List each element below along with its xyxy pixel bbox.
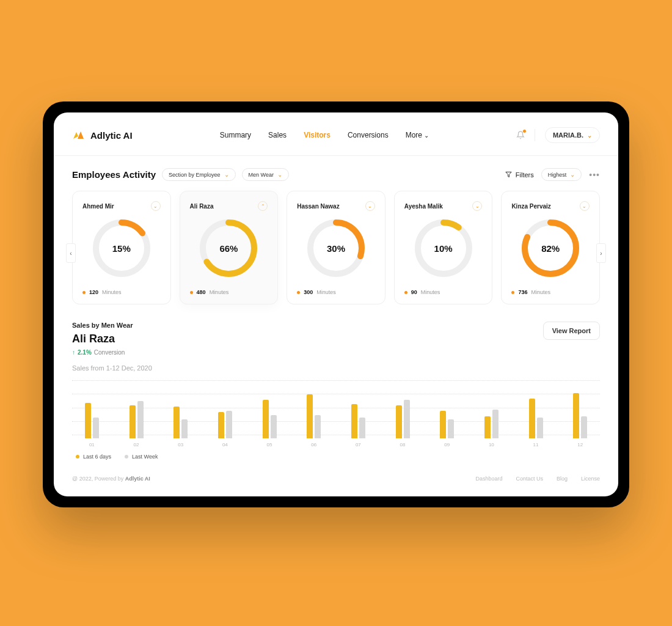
chevron-down-icon[interactable]: ⌄	[472, 201, 482, 211]
dot-icon	[297, 291, 300, 294]
footer-link-license[interactable]: License	[581, 476, 600, 482]
bar-label: 02	[134, 442, 139, 447]
bar-group: 06	[298, 383, 330, 447]
bar-series-a	[218, 412, 224, 438]
employee-card[interactable]: Ali Raza⌃66%480Minutes	[180, 191, 279, 304]
minutes-row: 480Minutes	[190, 289, 268, 295]
chevron-down-icon[interactable]: ⌄	[365, 201, 375, 211]
footer: @ 2022, Powered by Adlytic AI DashboardC…	[54, 466, 618, 496]
minutes-row: 300Minutes	[297, 289, 375, 295]
employee-card[interactable]: Kinza Pervaiz⌄82%736Minutes	[501, 191, 600, 304]
minutes-label: Minutes	[102, 289, 122, 295]
tablet-frame: Adlytic AI SummarySalesVisitorsConversio…	[43, 101, 629, 507]
bar-label: 11	[533, 442, 539, 447]
bar-label: 01	[89, 442, 95, 447]
filter-section-dropdown[interactable]: Section by Employee ⌄	[162, 168, 236, 181]
sort-dropdown[interactable]: Highest ⌄	[541, 168, 582, 181]
conversion-pct: 2.1%	[78, 349, 92, 356]
bar-label: 12	[577, 442, 583, 447]
user-label: MARIA.B.	[553, 131, 583, 139]
chevron-down-icon: ⌄	[587, 132, 592, 139]
bar-series-b	[581, 416, 587, 438]
footer-link-blog[interactable]: Blog	[557, 476, 568, 482]
bar-group: 01	[76, 383, 108, 447]
bar-group: 07	[342, 383, 374, 447]
employee-card[interactable]: Hassan Nawaz⌄30%300Minutes	[287, 191, 385, 304]
chevron-down-icon: ⌄	[277, 171, 282, 178]
minutes-value: 736	[518, 289, 527, 295]
legend-a-label: Last 6 days	[83, 454, 111, 460]
nav-item-conversions[interactable]: Conversions	[348, 131, 389, 139]
footer-copyright: @ 2022, Powered by Adlytic AI	[72, 476, 150, 482]
chevron-down-icon: ⌄	[224, 171, 229, 178]
employee-name: Ayesha Malik	[404, 203, 443, 210]
filter-icon	[505, 171, 512, 178]
controls-row: Employees Activity Section by Employee ⌄…	[54, 156, 618, 188]
sort-label: Highest	[548, 172, 567, 178]
header: Adlytic AI SummarySalesVisitorsConversio…	[54, 112, 618, 156]
activity-percent: 82%	[520, 218, 580, 278]
employee-card[interactable]: Ayesha Malik⌄10%90Minutes	[394, 191, 493, 304]
bar-series-b	[137, 401, 144, 438]
header-right: MARIA.B. ⌄	[516, 127, 600, 143]
nav-item-more[interactable]: More ⌄	[406, 131, 429, 139]
bar-series-b	[226, 411, 232, 438]
cards-prev[interactable]: ‹	[66, 243, 76, 263]
chevron-down-icon[interactable]: ⌄	[580, 201, 590, 211]
bar-group: 08	[387, 383, 419, 447]
employee-card[interactable]: Ahmed Mir⌄15%120Minutes	[72, 191, 171, 304]
sales-person-name: Ali Raza	[72, 333, 133, 345]
legend-dot-icon	[76, 455, 79, 458]
footer-link-dashboard[interactable]: Dashboard	[475, 476, 502, 482]
bar-series-b	[181, 419, 188, 439]
employee-cards: Ahmed Mir⌄15%120MinutesAli Raza⌃66%480Mi…	[72, 191, 600, 304]
nav-item-visitors[interactable]: Visitors	[304, 131, 331, 139]
section-title: Employees Activity	[72, 169, 156, 180]
conversion-label: Conversion	[94, 349, 125, 356]
bar-series-a	[173, 407, 180, 438]
footer-link-contact-us[interactable]: Contact Us	[516, 476, 543, 482]
minutes-row: 736Minutes	[511, 289, 590, 295]
more-options[interactable]: •••	[589, 170, 600, 180]
minutes-label: Minutes	[531, 289, 550, 295]
user-menu[interactable]: MARIA.B. ⌄	[545, 127, 600, 143]
bar-series-a	[484, 416, 491, 438]
bar-label: 08	[400, 442, 406, 447]
activity-percent: 15%	[92, 218, 152, 278]
chevron-up-icon[interactable]: ⌃	[258, 201, 268, 211]
sales-section: Sales by Men Wear Ali Raza ↑ 2.1% Conver…	[54, 318, 618, 466]
activity-ring: 66%	[199, 218, 258, 278]
chart-legend: Last 6 days Last Week	[72, 447, 600, 460]
logo-icon	[72, 130, 86, 140]
chevron-down-icon[interactable]: ⌄	[151, 201, 161, 211]
filter-section-label: Section by Employee	[169, 172, 221, 178]
nav-item-sales[interactable]: Sales	[268, 131, 287, 139]
dot-icon	[511, 291, 514, 294]
view-report-button[interactable]: View Report	[543, 322, 600, 340]
bar-series-b	[537, 418, 543, 438]
notification-icon[interactable]	[516, 131, 525, 139]
bar-label: 09	[444, 442, 450, 447]
activity-ring: 30%	[306, 218, 366, 278]
minutes-value: 480	[197, 289, 206, 295]
legend-b-label: Last Week	[132, 454, 158, 460]
bar-series-b	[492, 410, 499, 438]
nav-item-summary[interactable]: Summary	[220, 131, 251, 139]
cards-next[interactable]: ›	[596, 243, 606, 263]
filter-category-dropdown[interactable]: Men Wear ⌄	[242, 168, 289, 181]
bar-series-a	[130, 405, 136, 438]
legend-item-a: Last 6 days	[76, 454, 111, 460]
bar-series-a	[396, 405, 402, 438]
minutes-value: 120	[89, 289, 98, 295]
conversion-row: ↑ 2.1% Conversion	[72, 349, 133, 356]
bar-series-b	[271, 415, 277, 438]
activity-ring: 10%	[414, 218, 473, 278]
filters-button[interactable]: Filters	[505, 171, 534, 179]
bar-series-b	[448, 419, 454, 439]
dot-icon	[82, 291, 86, 294]
bar-series-b	[93, 418, 99, 438]
bar-series-b	[315, 415, 321, 438]
minutes-row: 120Minutes	[82, 289, 161, 295]
bar-label: 03	[178, 442, 183, 447]
dot-icon	[190, 291, 193, 294]
